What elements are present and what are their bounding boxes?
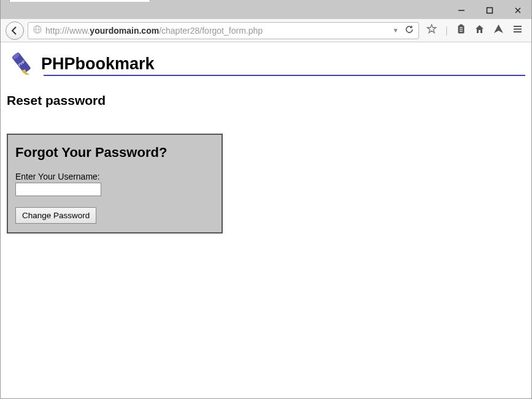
svg-rect-8 (460, 24, 463, 26)
minimize-button[interactable] (453, 4, 470, 17)
home-icon[interactable] (474, 24, 485, 37)
clipboard-icon[interactable] (457, 24, 466, 37)
url-prefix: http:///www. (45, 26, 90, 36)
site-header: PHP PHPbookmark (7, 50, 525, 78)
browser-window: Reset password × + http:///www.yourdomai… (0, 0, 532, 399)
page-heading: Reset password (7, 93, 525, 108)
tab-reset-password[interactable]: Reset password × (9, 0, 150, 2)
site-title: PHPbookmark (41, 55, 155, 74)
browser-toolbar: http:///www.yourdomain.com/chapter28/for… (1, 19, 531, 42)
maximize-button[interactable] (481, 4, 498, 17)
window-titlebar (1, 2, 531, 19)
url-text: http:///www.yourdomain.com/chapter28/for… (45, 26, 389, 36)
menu-icon[interactable] (512, 24, 523, 37)
close-button[interactable] (509, 4, 526, 17)
reload-icon[interactable] (405, 25, 414, 36)
bookmark-star-icon[interactable] (426, 24, 437, 37)
username-input[interactable] (15, 183, 101, 196)
page-content: PHP PHPbookmark Reset password Forgot Yo… (1, 42, 531, 398)
globe-icon (33, 25, 42, 36)
separator: | (445, 25, 448, 37)
back-button[interactable] (6, 21, 24, 40)
url-bar[interactable]: http:///www.yourdomain.com/chapter28/for… (28, 22, 419, 39)
header-rule (44, 75, 525, 76)
username-label: Enter Your Username: (15, 172, 214, 181)
send-icon[interactable] (493, 24, 504, 37)
form-title: Forgot Your Password? (15, 145, 214, 161)
bookmark-logo-icon: PHP (7, 50, 37, 78)
toolbar-icons: | (423, 24, 526, 37)
url-dropdown-icon[interactable]: ▼ (393, 27, 399, 34)
url-domain: yourdomain.com (90, 26, 159, 36)
svg-rect-1 (487, 8, 493, 13)
forgot-password-form: Forgot Your Password? Enter Your Usernam… (7, 134, 223, 234)
url-path: /chapter28/forgot_form.php (159, 26, 263, 36)
change-password-button[interactable]: Change Password (15, 207, 96, 224)
